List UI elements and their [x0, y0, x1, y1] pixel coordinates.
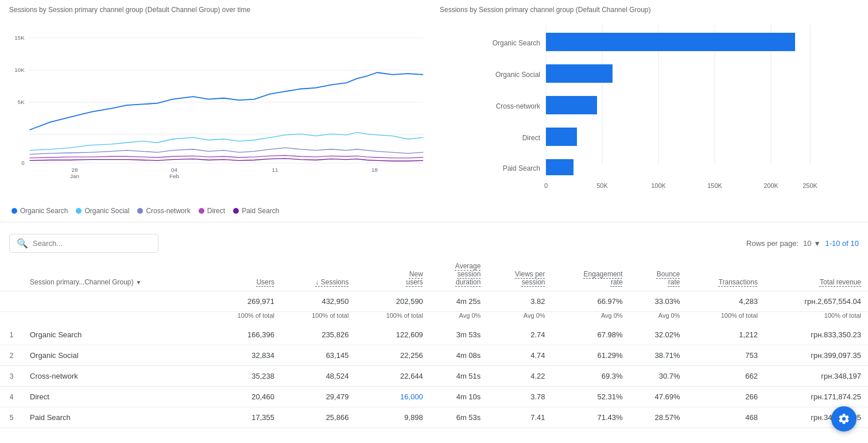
totals-new-users-pct: 100% of total — [355, 312, 429, 325]
row4-channel[interactable]: Direct — [23, 387, 207, 407]
row3-users: 35,238 — [207, 366, 281, 387]
row1-new-users: 122,609 — [355, 325, 429, 345]
svg-text:Organic Social: Organic Social — [495, 71, 540, 79]
line-chart-title: Sessions by Session primary channel grou… — [9, 6, 428, 14]
row2-engagement: 61.29% — [552, 345, 630, 366]
data-table-wrapper: Session primary...Channel Group) ▼ Users… — [0, 257, 868, 428]
pagination: Rows per page: 10 ▼ 1-10 of 10 — [746, 239, 859, 248]
legend-dot-direct — [199, 208, 204, 214]
col-engagement-label: Engagementrate — [584, 270, 623, 286]
row1-sessions: 235,826 — [281, 325, 355, 345]
col-header-users[interactable]: Users — [207, 257, 281, 291]
col-header-views-per-session[interactable]: Views persession — [487, 257, 552, 291]
legend-dot-organic-social — [76, 208, 82, 214]
row4-rank: 4 — [0, 387, 23, 407]
col-header-rank — [0, 257, 23, 291]
col-header-engagement-rate[interactable]: Engagementrate — [552, 257, 630, 291]
table-row: 4 Direct 20,460 29,479 16,000 4m 10s 3.7… — [0, 387, 868, 407]
svg-text:50K: 50K — [596, 182, 608, 189]
row4-users: 20,460 — [207, 387, 281, 407]
row3-engagement: 69.3% — [552, 366, 630, 387]
channel-dropdown-icon[interactable]: ▼ — [136, 279, 142, 286]
totals-avg-session-cell: 4m 25s — [430, 291, 487, 312]
row1-rank: 1 — [0, 325, 23, 345]
col-header-sessions[interactable]: ↓ Sessions — [281, 257, 355, 291]
totals-rank-cell — [0, 291, 23, 312]
bar-paid-search — [546, 159, 574, 175]
col-transactions-label: Transactions — [719, 278, 758, 286]
row3-rank: 3 — [0, 366, 23, 387]
svg-text:Direct: Direct — [522, 134, 541, 142]
search-box[interactable]: 🔍 — [9, 234, 158, 253]
row4-transactions: 266 — [687, 387, 765, 407]
table-row: 3 Cross-network 35,238 48,524 22,644 4m … — [0, 366, 868, 387]
row5-avg-session: 6m 53s — [430, 407, 487, 428]
totals-sub-channel — [23, 312, 207, 325]
col-header-total-revenue[interactable]: Total revenue — [765, 257, 868, 291]
col-header-avg-session[interactable]: Averagesessionduration — [430, 257, 487, 291]
row5-new-users: 9,898 — [355, 407, 429, 428]
legend-organic-social: Organic Social — [76, 207, 129, 215]
rows-value: 10 — [803, 239, 811, 248]
row5-channel[interactable]: Paid Search — [23, 407, 207, 428]
legend-cross-network: Cross-network — [137, 207, 190, 215]
svg-text:250K: 250K — [803, 182, 817, 189]
legend-direct: Direct — [199, 207, 225, 215]
row1-channel[interactable]: Organic Search — [23, 325, 207, 345]
settings-button[interactable] — [831, 406, 857, 428]
rows-select[interactable]: 10 ▼ — [803, 239, 820, 248]
row5-sessions: 25,866 — [281, 407, 355, 428]
bar-chart-section: Sessions by Session primary channel grou… — [440, 6, 859, 215]
totals-sub-rank — [0, 312, 23, 325]
line-chart-container: 15K 10K 5K 0 28 Jan 04 Feb 11 — [9, 18, 428, 202]
row2-views: 4.74 — [487, 345, 552, 366]
col-new-users-label: Newusers — [406, 270, 423, 286]
row5-bounce: 28.57% — [630, 407, 687, 428]
row2-channel[interactable]: Organic Social — [23, 345, 207, 366]
totals-users-pct: 100% of total — [207, 312, 281, 325]
rows-per-page-label: Rows per page: — [746, 239, 799, 248]
row4-views: 3.78 — [487, 387, 552, 407]
bar-organic-social — [546, 64, 613, 83]
row5-transactions: 468 — [687, 407, 765, 428]
svg-text:10K: 10K — [14, 67, 25, 73]
row2-rank: 2 — [0, 345, 23, 366]
row4-new-users[interactable]: 16,000 — [355, 387, 429, 407]
line-chart-legend: Organic Search Organic Social Cross-netw… — [9, 207, 428, 215]
svg-text:15K: 15K — [14, 34, 25, 41]
col-header-bounce-rate[interactable]: Bouncerate — [630, 257, 687, 291]
bar-direct — [546, 128, 577, 146]
col-header-transactions[interactable]: Transactions — [687, 257, 765, 291]
bar-chart-container: Organic Search Organic Social Cross-netw… — [440, 18, 859, 202]
row2-avg-session: 4m 08s — [430, 345, 487, 366]
row5-users: 17,355 — [207, 407, 281, 428]
row2-sessions: 63,145 — [281, 345, 355, 366]
svg-text:Feb: Feb — [169, 173, 179, 179]
totals-users-cell: 269,971 — [207, 291, 281, 312]
row3-channel[interactable]: Cross-network — [23, 366, 207, 387]
search-pagination-bar: 🔍 Rows per page: 10 ▼ 1-10 of 10 — [0, 229, 868, 257]
svg-text:150K: 150K — [707, 182, 722, 189]
legend-label-cross-network: Cross-network — [146, 207, 190, 215]
row1-engagement: 67.98% — [552, 325, 630, 345]
col-header-channel[interactable]: Session primary...Channel Group) ▼ — [23, 257, 207, 291]
col-channel-label: Session primary...Channel Group) — [30, 278, 134, 286]
legend-organic-search: Organic Search — [11, 207, 68, 215]
col-sessions-label: ↓ Sessions — [315, 278, 348, 286]
col-header-new-users[interactable]: Newusers — [355, 257, 429, 291]
bar-chart-svg: Organic Search Organic Social Cross-netw… — [440, 18, 859, 197]
totals-views-cell: 3.82 — [487, 291, 552, 312]
svg-text:5K: 5K — [18, 99, 25, 105]
row4-sessions: 29,479 — [281, 387, 355, 407]
row4-bounce: 47.69% — [630, 387, 687, 407]
row2-users: 32,834 — [207, 345, 281, 366]
legend-dot-cross-network — [137, 208, 143, 214]
row4-revenue: грн.171,874.25 — [765, 387, 868, 407]
totals-sessions-pct: 100% of total — [281, 312, 355, 325]
totals-revenue-pct: 100% of total — [765, 312, 868, 325]
search-input[interactable] — [33, 239, 151, 248]
totals-views-pct: Avg 0% — [487, 312, 552, 325]
table-row: 5 Paid Search 17,355 25,866 9,898 6m 53s… — [0, 407, 868, 428]
row3-sessions: 48,524 — [281, 366, 355, 387]
totals-row: 269,971 432,950 202,590 4m 25s 3.82 66.9… — [0, 291, 868, 312]
